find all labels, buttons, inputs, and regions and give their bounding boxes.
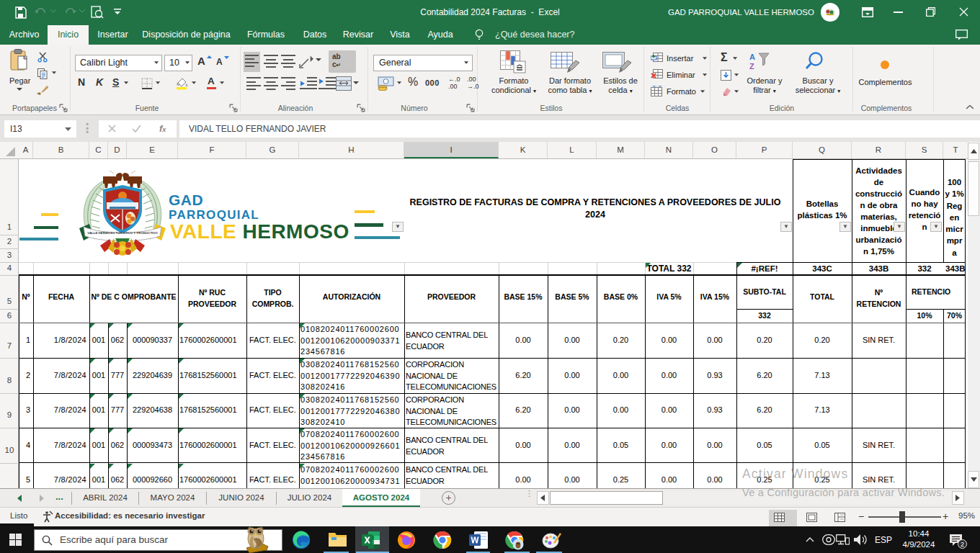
svg-text:VALLE HERMOSO TURISTICO Y PROD: VALLE HERMOSO TURISTICO Y PRODUCTIVO (87, 231, 158, 235)
svg-text:A: A (749, 53, 755, 61)
svg-text:Z: Z (749, 62, 754, 71)
